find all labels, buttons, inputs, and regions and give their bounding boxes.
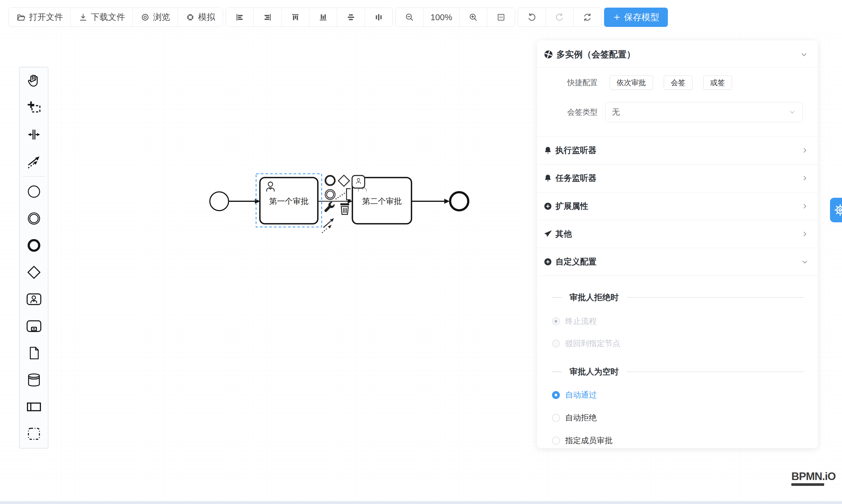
wrench-icon[interactable] <box>324 202 335 212</box>
divider <box>627 297 804 298</box>
zoom-out-icon <box>405 13 414 22</box>
option-return-to-node[interactable]: 驳回到指定节点 <box>537 338 818 349</box>
simulate-label: 模拟 <box>198 12 215 23</box>
option-auto-reject[interactable]: 自动拒绝 <box>537 412 818 424</box>
chevron-down-icon <box>800 50 808 59</box>
sign-type-select[interactable]: 无 <box>605 102 803 122</box>
option-auto-pass[interactable]: 自动通过 <box>537 389 818 401</box>
align-top-icon <box>291 13 300 22</box>
divider <box>627 372 804 372</box>
option-assign-member[interactable]: 指定成员审批 <box>537 435 818 446</box>
open-file-label: 打开文件 <box>29 12 63 23</box>
quick-btn-orsign[interactable]: 或签 <box>703 75 732 90</box>
empty-group-title: 审批人为空时 <box>537 367 818 377</box>
preview-label: 浏览 <box>153 12 170 23</box>
trash-icon[interactable] <box>340 203 349 214</box>
user-task-icon <box>26 291 42 307</box>
connect-tool-icon[interactable] <box>322 218 334 233</box>
open-file-button[interactable]: 打开文件 <box>9 8 71 26</box>
arrowhead <box>444 199 450 204</box>
append-user-task-icon[interactable] <box>352 176 365 188</box>
quick-btn-countersign[interactable]: 会签 <box>664 75 692 90</box>
save-model-button[interactable]: 保存模型 <box>604 7 668 27</box>
create-user-task[interactable] <box>20 286 48 313</box>
align-center-icon <box>346 13 355 22</box>
data-store-icon <box>27 372 41 388</box>
reject-group-title: 审批人拒绝时 <box>537 292 818 303</box>
plus-circle-icon <box>543 257 552 266</box>
align-top-button[interactable] <box>281 8 309 26</box>
download-file-button[interactable]: 下载文件 <box>71 8 133 26</box>
section-task-listener[interactable]: 任务监听器 <box>537 164 818 192</box>
align-left-button[interactable] <box>226 8 253 26</box>
append-gateway-icon[interactable] <box>338 175 349 186</box>
hand-tool[interactable] <box>20 67 48 94</box>
multi-instance-icon <box>543 50 554 59</box>
zoom-in-button[interactable] <box>459 8 487 26</box>
create-group[interactable] <box>20 420 48 447</box>
quick-btn-sequential[interactable]: 依次审批 <box>610 75 653 90</box>
task-first-approval[interactable]: 第一个审批 <box>260 178 318 224</box>
create-intermediate-event[interactable] <box>20 205 48 232</box>
redo-button[interactable] <box>545 8 573 26</box>
start-event-icon <box>27 184 41 199</box>
lasso-tool[interactable] <box>20 94 48 121</box>
fit-viewport-icon <box>496 13 506 22</box>
simulate-button[interactable]: 模拟 <box>178 8 223 26</box>
zoom-out-button[interactable] <box>396 8 423 26</box>
plus-icon <box>613 13 621 21</box>
create-data-object[interactable] <box>20 340 48 366</box>
align-bottom-button[interactable] <box>309 8 337 26</box>
align-middle-button[interactable] <box>365 8 392 26</box>
radio-disabled-checked <box>552 317 560 325</box>
fit-viewport-button[interactable] <box>487 8 515 26</box>
subprocess-icon <box>26 318 42 334</box>
undo-icon <box>527 13 537 22</box>
align-center-button[interactable] <box>337 8 365 26</box>
radio-unchecked <box>552 414 560 422</box>
end-event[interactable] <box>450 192 468 210</box>
panel-title: 多实例（会签配置） <box>556 49 635 60</box>
plus-circle-icon <box>543 202 552 211</box>
lasso-icon <box>26 100 42 115</box>
create-data-store[interactable] <box>20 366 48 393</box>
align-bottom-icon <box>318 13 328 22</box>
settings-tab[interactable] <box>830 198 842 222</box>
radio-unchecked <box>552 437 560 445</box>
section-custom-config[interactable]: 自定义配置 <box>537 248 818 275</box>
send-icon <box>543 230 552 238</box>
option-terminate-process[interactable]: 终止流程 <box>537 315 818 327</box>
space-tool[interactable] <box>20 121 48 148</box>
preview-button[interactable]: 浏览 <box>133 8 178 26</box>
align-right-button[interactable] <box>253 8 281 26</box>
create-gateway[interactable] <box>20 259 48 286</box>
append-end-event-icon[interactable] <box>326 176 335 185</box>
section-execution-listener[interactable]: 执行监听器 <box>537 136 818 164</box>
create-start-event[interactable] <box>20 178 48 205</box>
start-event[interactable] <box>210 192 229 211</box>
undo-button[interactable] <box>518 8 545 26</box>
sequence-flow-3[interactable] <box>411 199 450 204</box>
create-end-event[interactable] <box>20 232 48 259</box>
bpmn-io-logo[interactable]: BPMN.iO <box>791 470 836 486</box>
create-subprocess[interactable] <box>20 313 48 340</box>
global-connect-tool[interactable] <box>20 148 48 175</box>
section-extension-properties[interactable]: 扩展属性 <box>537 192 818 220</box>
sequence-flow-1[interactable] <box>229 199 260 204</box>
reset-button[interactable] <box>573 8 601 26</box>
redo-icon <box>555 13 564 22</box>
file-tool-group: 打开文件 下载文件 浏览 <box>8 7 223 27</box>
panel-header[interactable]: 多实例（会签配置） <box>537 45 818 64</box>
align-middle-icon <box>374 13 383 22</box>
history-tool-group <box>518 7 601 27</box>
connect-icon <box>26 154 42 169</box>
append-text-annotation-icon[interactable] <box>347 189 351 200</box>
create-participant[interactable] <box>20 393 48 420</box>
zoom-level: 100% <box>423 8 459 26</box>
space-tool-icon <box>26 127 42 142</box>
annotation-connector-dots <box>336 192 347 199</box>
sign-type-row: 会签类型 无 <box>537 99 818 125</box>
divider <box>537 275 818 276</box>
section-other[interactable]: 其他 <box>537 220 818 248</box>
logo-text: BPMN.iO <box>791 470 836 483</box>
